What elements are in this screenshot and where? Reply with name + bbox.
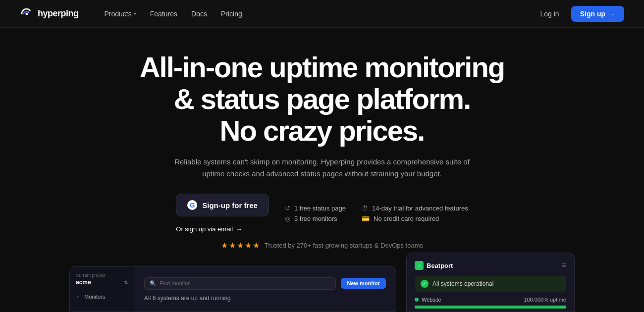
logo-text: hyperping — [38, 8, 79, 19]
dashboard-main: 🔍 Find monitor New monitor All 6 systems… — [134, 267, 396, 312]
star-rating: ★★★★★ — [221, 241, 261, 250]
hero-features-right: ⏱ 14-day trial for advanced features 💳 N… — [362, 205, 468, 222]
monitors-nav-icon: ← — [76, 294, 81, 300]
hero-title: All-in-one uptime monitoring & status pa… — [140, 52, 505, 146]
nav-products[interactable]: Products ▾ — [99, 7, 142, 21]
uptime-bar — [415, 306, 566, 309]
all-systems-operational: ✓ All systems operational — [415, 276, 566, 292]
card-icon: 💳 — [362, 215, 370, 222]
uptime-percentage: 100.000% uptime — [524, 297, 566, 303]
website-label: Website — [415, 297, 441, 303]
status-page-screenshot: ♪ Beatport ≡ ✓ All systems operational W… — [406, 253, 575, 312]
login-button[interactable]: Log in — [535, 7, 565, 21]
menu-icon[interactable]: ≡ — [562, 261, 566, 270]
new-monitor-button[interactable]: New monitor — [341, 278, 386, 289]
arrow-icon: → — [236, 225, 242, 233]
signup-button[interactable]: Sign up → — [571, 6, 624, 22]
nav-docs[interactable]: Docs — [185, 7, 213, 21]
hero-section: All-in-one uptime monitoring & status pa… — [0, 28, 644, 250]
logo[interactable]: hyperping — [20, 7, 79, 21]
nav-features[interactable]: Features — [144, 7, 183, 21]
chevron-down-icon: ▾ — [134, 11, 136, 16]
beatport-logo: ♪ Beatport — [415, 261, 453, 270]
status-header: ♪ Beatport ≡ — [415, 261, 566, 270]
nav-links: Products ▾ Features Docs Pricing — [99, 7, 535, 21]
project-label: Current project — [76, 273, 128, 278]
email-signup-link[interactable]: Or sign up via email → — [176, 225, 242, 233]
dashboard-screenshot: Current project acme ⇅ ← Monitors 🔍 Find… — [69, 266, 396, 312]
google-icon: G — [187, 200, 197, 210]
google-signup-button[interactable]: G Sign-up for free — [176, 194, 269, 216]
feature-no-card: 💳 No credit card required — [362, 215, 468, 222]
social-proof: ★★★★★ Trusted by 270+ fast-growing start… — [221, 241, 423, 250]
svg-point-0 — [26, 12, 28, 15]
feature-monitors: ◎ 5 free monitors — [285, 215, 346, 222]
search-icon: 🔍 — [150, 280, 157, 287]
nav-right: Log in Sign up → — [535, 6, 624, 22]
hero-subtitle: Reliable systems can't skimp on monitori… — [173, 156, 471, 180]
trial-icon: ⏱ — [362, 205, 368, 212]
beatport-logo-icon: ♪ — [415, 261, 424, 270]
ok-dot: ✓ — [421, 280, 429, 288]
status-page-icon: ↺ — [285, 205, 290, 212]
monitors-icon: ◎ — [285, 215, 290, 222]
project-name: acme ⇅ — [76, 279, 128, 286]
website-status-row: Website 100.000% uptime — [415, 297, 566, 303]
hero-cta: G Sign-up for free Or sign up via email … — [176, 194, 468, 233]
dashboard-status-text: All 6 systems are up and running — [144, 295, 386, 302]
monitors-nav-item[interactable]: ← Monitors — [76, 294, 128, 300]
monitor-search[interactable]: 🔍 Find monitor — [144, 277, 336, 290]
hero-features-left: ↺ 1 free status page ◎ 5 free monitors — [285, 205, 346, 222]
dashboard-topbar: 🔍 Find monitor New monitor — [144, 277, 386, 290]
arrow-icon: → — [608, 10, 615, 18]
feature-status-page: ↺ 1 free status page — [285, 205, 346, 212]
feature-trial: ⏱ 14-day trial for advanced features — [362, 205, 468, 212]
green-dot — [415, 298, 419, 302]
switch-icon: ⇅ — [124, 280, 128, 285]
dashboard-sidebar: Current project acme ⇅ ← Monitors — [70, 267, 134, 312]
nav-pricing[interactable]: Pricing — [215, 7, 248, 21]
screenshots-section: Current project acme ⇅ ← Monitors 🔍 Find… — [0, 253, 644, 312]
